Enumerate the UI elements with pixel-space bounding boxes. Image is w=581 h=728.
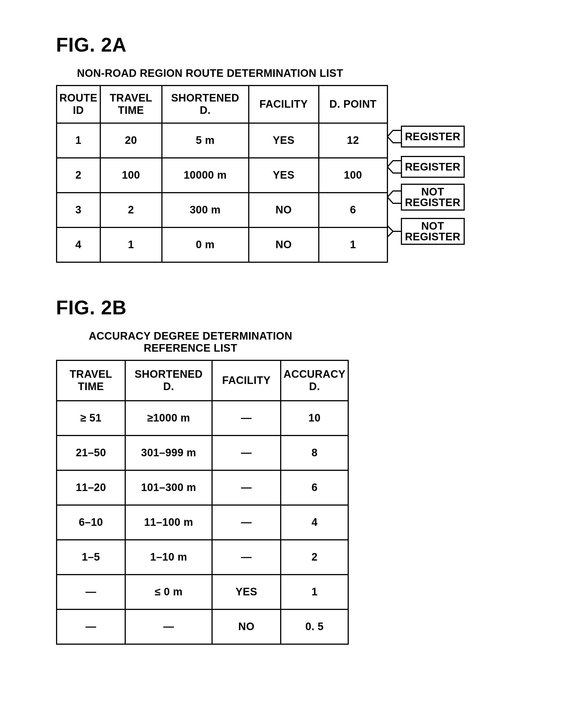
cell: 2 xyxy=(100,193,162,228)
figure-2a-label: FIG. 2A xyxy=(56,34,553,56)
table-row: 3 2 300 m NO 6 xyxy=(57,193,387,228)
cell: 300 m xyxy=(162,193,249,228)
cell: ≥1000 m xyxy=(125,401,212,436)
table-row: — ≤ 0 m YES 1 xyxy=(57,575,348,609)
cell: 3 xyxy=(57,193,100,228)
figure-2b-label: FIG. 2B xyxy=(56,296,553,319)
cell: 12 xyxy=(319,123,387,158)
cell: NO xyxy=(249,193,319,228)
col-facility: FACILITY xyxy=(249,85,319,123)
connector-icon xyxy=(387,189,401,206)
cell: 10000 m xyxy=(162,158,249,193)
cell: 0 m xyxy=(162,228,249,262)
cell: — xyxy=(57,575,125,609)
cell: ≤ 0 m xyxy=(125,575,212,609)
badge-row: REGISTER xyxy=(387,152,465,182)
connector-icon xyxy=(387,158,401,175)
cell: YES xyxy=(212,575,281,609)
col-route-id: ROUTEID xyxy=(57,85,100,123)
col-travel-time: TRAVELTIME xyxy=(57,360,125,401)
cell: 6 xyxy=(319,193,387,228)
cell: YES xyxy=(249,123,319,158)
col-facility: FACILITY xyxy=(212,360,281,401)
not-register-badge: NOTREGISTER xyxy=(401,184,465,211)
cell: 4 xyxy=(57,228,100,262)
cell: — xyxy=(212,505,281,540)
cell: 20 xyxy=(100,123,162,158)
connector-icon xyxy=(387,223,401,240)
cell: — xyxy=(212,470,281,505)
table-row: 1 20 5 m YES 12 xyxy=(57,123,387,158)
cell: 8 xyxy=(281,436,348,470)
figure-2b-block: TRAVELTIME SHORTENEDD. FACILITY ACCURACY… xyxy=(56,360,553,645)
cell: 1 xyxy=(57,123,100,158)
table-header-row: ROUTEID TRAVELTIME SHORTENEDD. FACILITY … xyxy=(57,85,387,123)
cell: 10 xyxy=(281,401,348,436)
decision-badges: REGISTER REGISTER NOTREGISTER NOTREGISTE… xyxy=(387,85,465,246)
table-row: ≥ 51 ≥1000 m — 10 xyxy=(57,401,348,436)
cell: 100 xyxy=(319,158,387,193)
table-row: 6–10 11–100 m — 4 xyxy=(57,505,348,540)
register-badge: REGISTER xyxy=(401,156,465,178)
badge-row: NOTREGISTER xyxy=(387,182,465,212)
register-badge: REGISTER xyxy=(401,126,465,148)
cell: — xyxy=(212,540,281,575)
accuracy-reference-table: TRAVELTIME SHORTENEDD. FACILITY ACCURACY… xyxy=(56,360,349,645)
cell: 1–10 m xyxy=(125,540,212,575)
table-row: 1–5 1–10 m — 2 xyxy=(57,540,348,575)
cell: 1 xyxy=(100,228,162,262)
cell: 2 xyxy=(57,158,100,193)
cell: 0. 5 xyxy=(281,609,348,644)
table-b-title: ACCURACY DEGREE DETERMINATION REFERENCE … xyxy=(56,330,325,354)
figure-2a-block: ROUTEID TRAVELTIME SHORTENEDD. FACILITY … xyxy=(56,85,553,263)
cell: 11–20 xyxy=(57,470,125,505)
table-row: 11–20 101–300 m — 6 xyxy=(57,470,348,505)
cell: 101–300 m xyxy=(125,470,212,505)
cell: 301–999 m xyxy=(125,436,212,470)
cell: — xyxy=(212,401,281,436)
cell: NO xyxy=(212,609,281,644)
cell: 5 m xyxy=(162,123,249,158)
cell: ≥ 51 xyxy=(57,401,125,436)
table-row: 21–50 301–999 m — 8 xyxy=(57,436,348,470)
cell: 1 xyxy=(319,228,387,262)
badge-row: REGISTER xyxy=(387,122,465,152)
cell: 6–10 xyxy=(57,505,125,540)
cell: 6 xyxy=(281,470,348,505)
table-a-title: NON-ROAD REGION ROUTE DETERMINATION LIST xyxy=(56,67,364,79)
table-row: 2 100 10000 m YES 100 xyxy=(57,158,387,193)
table-row: — — NO 0. 5 xyxy=(57,609,348,644)
cell: 2 xyxy=(281,540,348,575)
connector-icon xyxy=(387,128,401,145)
cell: — xyxy=(57,609,125,644)
col-shortened-d: SHORTENEDD. xyxy=(125,360,212,401)
cell: — xyxy=(212,436,281,470)
col-d-point: D. POINT xyxy=(319,85,387,123)
cell: 11–100 m xyxy=(125,505,212,540)
col-accuracy-d: ACCURACYD. xyxy=(281,360,348,401)
col-shortened-d: SHORTENEDD. xyxy=(162,85,249,123)
cell: — xyxy=(125,609,212,644)
table-row: 4 1 0 m NO 1 xyxy=(57,228,387,262)
cell: 100 xyxy=(100,158,162,193)
col-travel-time: TRAVELTIME xyxy=(100,85,162,123)
cell: 21–50 xyxy=(57,436,125,470)
badge-row: NOTREGISTER xyxy=(387,216,465,246)
cell: YES xyxy=(249,158,319,193)
table-header-row: TRAVELTIME SHORTENEDD. FACILITY ACCURACY… xyxy=(57,360,348,401)
cell: NO xyxy=(249,228,319,262)
cell: 1–5 xyxy=(57,540,125,575)
cell: 4 xyxy=(281,505,348,540)
route-determination-table: ROUTEID TRAVELTIME SHORTENEDD. FACILITY … xyxy=(56,85,388,263)
cell: 1 xyxy=(281,575,348,609)
not-register-badge: NOTREGISTER xyxy=(401,218,465,245)
